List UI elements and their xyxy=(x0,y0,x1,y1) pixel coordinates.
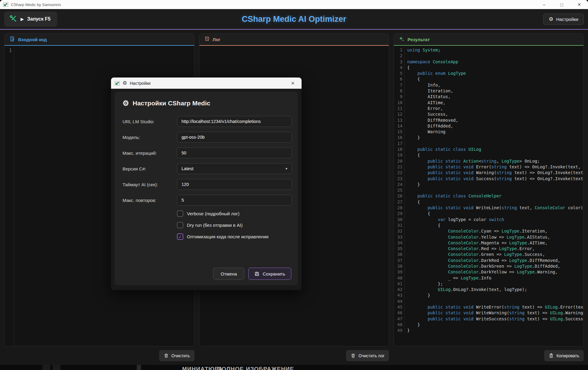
maximize-button[interactable]: □ xyxy=(553,0,570,9)
app-icon xyxy=(3,2,8,7)
app-icon xyxy=(115,81,120,85)
window-controls: − □ × xyxy=(535,0,588,9)
code-line: 8 Iteration, xyxy=(394,88,583,94)
line-number: 38 xyxy=(394,263,405,269)
save-button[interactable]: Сохранить xyxy=(248,268,291,280)
code-line: 47 public static void WriteSuccess(strin… xyxy=(394,316,583,322)
code-line: 46 public static void WriteWarning(strin… xyxy=(394,310,583,316)
field-label-max-retries: Макс. повторов: xyxy=(122,198,177,203)
result-code-area[interactable]: 1using System;23namespace ConsoleApp4{5 … xyxy=(394,46,583,346)
dialog-body: ⚙ Настройки CSharp Medic URL LM Studio:h… xyxy=(111,89,302,290)
gear-icon: ⚙ xyxy=(549,17,553,22)
background-tile xyxy=(53,365,60,370)
line-number: 29 xyxy=(394,211,405,216)
line-number: 25 xyxy=(394,187,405,193)
page-title: CSharp Medic AI Optimizer xyxy=(0,15,588,24)
field-max-iterations[interactable]: 50 xyxy=(177,147,292,158)
field-value: http://localhost:1234/v1/chat/completion… xyxy=(181,119,261,124)
line-number: 23 xyxy=(394,176,405,182)
code-line: 7 Info, xyxy=(394,82,583,88)
code-line: 42 UILog.OnLog?.Invoke(text, logType); xyxy=(394,287,583,292)
background-label: ПОЛНОЕ ИЗОБРАЖЕНИЕ xyxy=(217,366,294,370)
result-panel: Результат 1using System;23namespace Cons… xyxy=(394,33,584,361)
minimize-button[interactable]: − xyxy=(535,0,553,9)
line-number: 18 xyxy=(394,147,405,152)
field-ai-timeout[interactable]: 120 xyxy=(177,179,292,190)
scroll-icon xyxy=(204,36,210,43)
line-number: 44 xyxy=(394,299,405,304)
settings-field-row: URL LM Studio:http://localhost:1234/v1/c… xyxy=(122,116,294,127)
code-line: 13 DiffRemoved, xyxy=(394,117,583,123)
line-number: 31 xyxy=(394,223,405,228)
field-label-ai-timeout: Таймаут AI (сек): xyxy=(122,182,177,187)
line-number: 48 xyxy=(394,322,405,328)
checkbox-row-optimize: ✓Оптимизация кода после исправления xyxy=(177,233,294,240)
clear-log-label: Очистить лог xyxy=(358,353,384,358)
code-line: 28 public static void WriteLine(string t… xyxy=(394,205,583,211)
code-line: 38 ConsoleColor.DarkGreen => LogType.Dif… xyxy=(394,263,583,269)
line-number: 40 xyxy=(394,275,405,281)
code-line: 23 public static void Success(string tex… xyxy=(394,176,583,182)
clear-input-button[interactable]: Очистить xyxy=(159,350,194,361)
field-model[interactable]: gpt-oss-20b xyxy=(177,132,292,143)
cancel-button[interactable]: Отмена xyxy=(213,268,244,280)
run-button-label: Запуск F5 xyxy=(27,16,51,22)
line-number: 46 xyxy=(394,310,405,316)
line-number: 45 xyxy=(394,304,405,310)
code-line: 48 } xyxy=(394,322,583,328)
checkbox-optimize[interactable]: ✓ xyxy=(177,233,183,240)
code-line: 1using System; xyxy=(394,47,583,53)
line-number: 1 xyxy=(5,47,14,346)
code-line: 21 public static void Error(string text)… xyxy=(394,164,583,170)
field-value: 5 xyxy=(181,198,184,203)
code-line: 10 AITime, xyxy=(394,100,583,106)
tools-icon xyxy=(9,15,17,24)
line-number: 22 xyxy=(394,170,405,176)
dialog-heading: ⚙ Настройки CSharp Medic xyxy=(122,100,294,107)
log-panel-header: Лог xyxy=(199,34,389,46)
settings-button[interactable]: ⚙ Настройки xyxy=(543,14,584,25)
dialog-close-button[interactable]: × xyxy=(288,80,298,87)
code-line: 40 _ => LogType.Info xyxy=(394,275,583,281)
settings-button-label: Настройки xyxy=(556,17,578,22)
line-number: 3 xyxy=(394,59,405,65)
sparkles-icon xyxy=(399,36,404,43)
line-number: 27 xyxy=(394,199,405,205)
line-number: 30 xyxy=(394,217,405,223)
line-number: 47 xyxy=(394,316,405,322)
line-number: 11 xyxy=(394,106,405,111)
settings-field-row: Таймаут AI (сек):120 xyxy=(122,179,294,190)
code-line: 37 ConsoleColor.DarkRed => LogType.DiffR… xyxy=(394,258,583,263)
background-window-strip: МИНИАТЮРА ПОЛНОЕ ИЗОБРАЖЕНИЕ xyxy=(0,365,588,370)
clipboard-icon xyxy=(549,353,554,358)
result-panel-title: Результат xyxy=(407,37,430,42)
checkbox-label: Verbose (подробный лог) xyxy=(187,211,240,216)
line-number: 9 xyxy=(394,94,405,100)
code-line: 34 ConsoleColor.Magenta => LogType.AITim… xyxy=(394,240,583,246)
code-line: 24 } xyxy=(394,182,583,187)
line-number: 4 xyxy=(394,65,405,71)
copy-result-button[interactable]: Копировать xyxy=(544,350,584,361)
code-line: 12 Success, xyxy=(394,111,583,117)
checkbox-verbose[interactable]: ✓ xyxy=(177,210,183,217)
field-value: gpt-oss-20b xyxy=(181,135,205,140)
dialog-titlebar[interactable]: ⚙ Настройки × xyxy=(111,78,302,89)
input-panel-header: Входной код xyxy=(5,34,194,46)
settings-field-row: Макс. итераций:50 xyxy=(122,147,294,158)
field-url-lm-studio[interactable]: http://localhost:1234/v1/chat/completion… xyxy=(177,116,292,127)
clear-log-button[interactable]: Очистить лог xyxy=(346,350,389,361)
run-button[interactable]: ▶ Запуск F5 xyxy=(4,12,57,27)
field-csharp-version[interactable]: Latest▾ xyxy=(177,163,292,174)
field-max-retries[interactable]: 5 xyxy=(177,195,292,206)
background-tile xyxy=(137,365,141,370)
line-number: 20 xyxy=(394,158,405,164)
gear-icon: ⚙ xyxy=(122,81,127,86)
code-line: 43 } xyxy=(394,292,583,298)
line-number: 24 xyxy=(394,182,405,187)
checkbox-dry-run[interactable]: ✓ xyxy=(177,222,183,228)
code-line: 33 ConsoleColor.Yellow => LogType.AIStat… xyxy=(394,234,583,240)
close-button[interactable]: × xyxy=(570,0,588,9)
line-number: 12 xyxy=(394,111,405,117)
code-line: 9 AIStatus, xyxy=(394,94,583,100)
line-number: 32 xyxy=(394,228,405,234)
